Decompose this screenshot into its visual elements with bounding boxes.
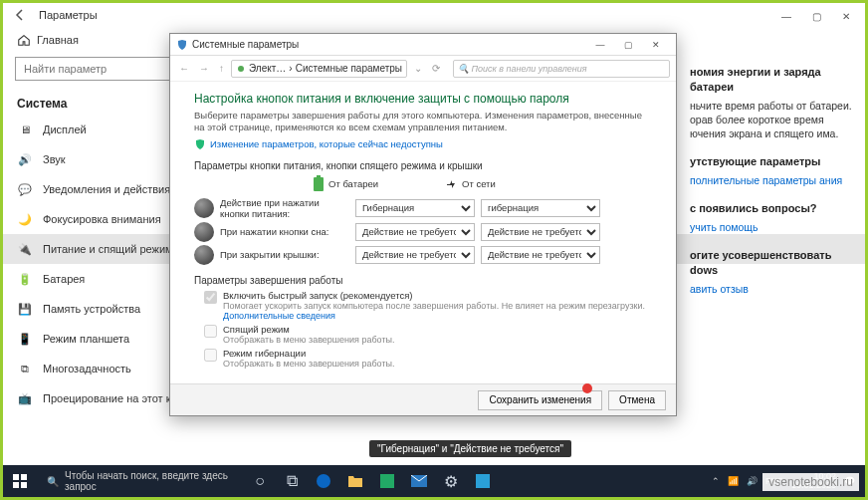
nav-fwd-icon[interactable]: →: [196, 63, 212, 74]
sidebar-item-label: Звук: [43, 153, 66, 165]
row-icon: [194, 222, 214, 242]
rp-link-power[interactable]: полнительные параметры ания: [690, 174, 842, 186]
nav-back-icon[interactable]: ←: [176, 63, 192, 74]
svg-rect-3: [13, 482, 19, 488]
dlg-maximize-icon[interactable]: ▢: [614, 36, 642, 54]
taskbar-search[interactable]: 🔍Чтобы начать поиск, введите здесь запро…: [41, 469, 240, 493]
rp-link-help[interactable]: учить помощь: [690, 221, 758, 233]
dialog-titlebar: Системные параметры — ▢ ✕: [170, 34, 676, 56]
annotation-dot: [582, 383, 592, 393]
cortana-icon[interactable]: ○: [244, 465, 276, 497]
svg-rect-8: [476, 474, 490, 488]
svg-rect-1: [13, 474, 19, 480]
breadcrumb[interactable]: Элект…› Системные параметры: [231, 60, 407, 78]
refresh-icon[interactable]: ⟳: [429, 63, 443, 74]
window-buttons: — ▢ ✕: [771, 7, 861, 25]
uac-shield-icon: [194, 138, 206, 150]
sidebar-item-label: Фокусировка внимания: [43, 213, 161, 225]
nav-up-icon[interactable]: ↑: [216, 63, 227, 74]
display-icon: 🖥: [17, 122, 33, 137]
save-button[interactable]: Сохранить изменения: [478, 390, 602, 410]
row-icon: [194, 198, 214, 218]
battery-icon: [314, 177, 324, 191]
rp-h2: утствующие параметры: [690, 154, 859, 169]
gear-icon[interactable]: ⚙: [435, 465, 467, 497]
storage-icon: 💾: [17, 301, 33, 317]
chk-faststart[interactable]: Включить быстрый запуск (рекомендуется)П…: [204, 290, 652, 321]
focus-icon: 🌙: [17, 211, 33, 227]
section1-heading: Параметры кнопки питания, кнопки спящего…: [194, 160, 652, 171]
power-row-2: При закрытии крышки:Действие не требуетс…: [194, 245, 652, 265]
power-icon: 🔌: [17, 241, 33, 257]
snip-icon[interactable]: [467, 465, 499, 497]
dialog-body: Настройка кнопок питания и включение защ…: [170, 82, 676, 377]
search-input[interactable]: Найти параметр: [15, 57, 174, 81]
select-ac[interactable]: Действие не требуется: [481, 223, 600, 241]
tray-net-icon[interactable]: 📶: [728, 476, 739, 486]
select-battery[interactable]: Действие не требуется: [355, 223, 475, 241]
start-button[interactable]: [3, 465, 37, 497]
row-icon: [194, 245, 214, 265]
dlg-close-icon[interactable]: ✕: [642, 36, 670, 54]
taskbar: 🔍Чтобы начать поиск, введите здесь запро…: [3, 465, 865, 497]
row-label: Действие при нажатии кнопки питания:: [220, 197, 349, 219]
edge-icon[interactable]: [308, 465, 339, 497]
chk-hibernate[interactable]: Режим гибернацииОтображать в меню заверш…: [204, 348, 652, 369]
taskview-icon[interactable]: ⧉: [276, 465, 308, 497]
folder-icon[interactable]: [339, 465, 371, 497]
search-placeholder: Найти параметр: [24, 63, 107, 75]
chk-sleep[interactable]: Спящий режимОтображать в меню завершения…: [204, 324, 652, 345]
power-row-1: При нажатии кнопки сна:Действие не требу…: [194, 222, 652, 242]
chevron-down-icon[interactable]: ⌄: [411, 63, 425, 74]
store-icon[interactable]: [371, 465, 403, 497]
mail-icon[interactable]: [403, 465, 435, 497]
minimize-icon[interactable]: —: [771, 7, 801, 25]
power-row-0: Действие при нажатии кнопки питания:Гибе…: [194, 197, 652, 219]
sidebar-item-label: Режим планшета: [43, 333, 129, 345]
shield-icon: [176, 39, 188, 51]
select-battery[interactable]: Действие не требуется: [355, 246, 475, 264]
control-panel-dialog: Системные параметры — ▢ ✕ ← → ↑ Элект…› …: [169, 33, 677, 416]
select-ac[interactable]: Действие не требуется: [481, 246, 600, 264]
address-bar: ← → ↑ Элект…› Системные параметры ⌄ ⟳ 🔍 …: [170, 56, 676, 82]
sidebar-item-label: Уведомления и действия: [43, 183, 170, 195]
addr-search[interactable]: 🔍 Поиск в панели управления: [453, 60, 670, 78]
svg-rect-4: [21, 482, 27, 488]
rp-p1: ньчите время работы от батареи. орав бол…: [690, 99, 859, 141]
project-icon: 📺: [17, 390, 33, 406]
plug-icon: [236, 64, 246, 74]
page-heading: Настройка кнопок питания и включение защ…: [194, 92, 652, 106]
dlg-minimize-icon[interactable]: —: [586, 36, 614, 54]
section2-heading: Параметры завершения работы: [194, 275, 652, 286]
select-battery[interactable]: Гибернация: [355, 199, 475, 217]
shutdown-section: Параметры завершения работы Включить быс…: [194, 275, 652, 369]
tray-vol-icon[interactable]: 🔊: [747, 476, 758, 486]
dialog-footer: Сохранить изменения Отмена: [170, 383, 676, 415]
admin-link[interactable]: Изменение параметров, которые сейчас нед…: [210, 138, 443, 149]
column-headers: От батареи От сети: [314, 177, 652, 191]
rp-h1: номия энергии и заряда батареи: [690, 65, 859, 95]
tray-up-icon[interactable]: ⌃: [712, 476, 720, 486]
search-icon: 🔍: [47, 476, 59, 487]
home-icon: [17, 33, 31, 47]
sound-icon: 🔊: [17, 151, 33, 167]
admin-link-row: Изменение параметров, которые сейчас нед…: [194, 138, 652, 150]
cancel-button[interactable]: Отмена: [608, 390, 666, 410]
settings-title: Параметры: [39, 9, 857, 21]
row-label: При нажатии кнопки сна:: [220, 226, 349, 237]
svg-rect-2: [21, 474, 27, 480]
ac-plug-icon: [445, 178, 457, 190]
back-icon[interactable]: [11, 6, 29, 24]
more-info-link[interactable]: Дополнительные сведения: [223, 311, 335, 321]
sidebar-item-label: Батарея: [43, 273, 85, 285]
sidebar-item-label: Многозадачность: [43, 363, 131, 375]
maximize-icon[interactable]: ▢: [801, 7, 831, 25]
svg-point-0: [238, 66, 244, 72]
tablet-icon: 📱: [17, 331, 33, 347]
dialog-title: Системные параметры: [192, 39, 586, 50]
rp-link-feedback[interactable]: авить отзыв: [690, 283, 749, 295]
close-icon[interactable]: ✕: [831, 7, 861, 25]
select-ac[interactable]: гибернация: [481, 199, 600, 217]
row-label: При закрытии крышки:: [220, 249, 349, 260]
battery-icon: 🔋: [17, 271, 33, 287]
